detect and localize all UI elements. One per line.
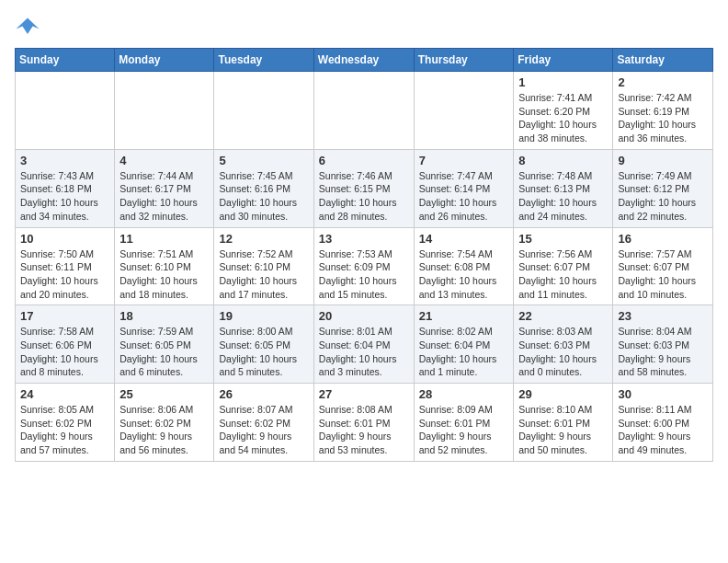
day-info: Sunrise: 7:56 AM Sunset: 6:07 PM Dayligh… <box>518 247 608 302</box>
day-number: 30 <box>618 387 708 401</box>
calendar-cell: 11Sunrise: 7:51 AM Sunset: 6:10 PM Dayli… <box>115 227 214 305</box>
calendar-cell: 19Sunrise: 8:00 AM Sunset: 6:05 PM Dayli… <box>214 305 313 384</box>
day-info: Sunrise: 7:49 AM Sunset: 6:12 PM Dayligh… <box>618 169 708 224</box>
calendar-cell: 5Sunrise: 7:45 AM Sunset: 6:16 PM Daylig… <box>214 149 313 227</box>
column-header-monday: Monday <box>115 49 214 72</box>
calendar-cell <box>16 72 115 150</box>
calendar-cell: 13Sunrise: 7:53 AM Sunset: 6:09 PM Dayli… <box>313 227 414 305</box>
column-header-friday: Friday <box>514 49 613 72</box>
week-row-2: 3Sunrise: 7:43 AM Sunset: 6:18 PM Daylig… <box>16 149 713 227</box>
day-number: 28 <box>419 387 509 401</box>
day-info: Sunrise: 7:52 AM Sunset: 6:10 PM Dayligh… <box>219 247 308 302</box>
day-number: 11 <box>119 232 209 246</box>
day-info: Sunrise: 8:08 AM Sunset: 6:01 PM Dayligh… <box>319 403 409 457</box>
day-number: 20 <box>319 309 409 323</box>
calendar-cell: 22Sunrise: 8:03 AM Sunset: 6:03 PM Dayli… <box>514 305 613 384</box>
day-number: 7 <box>419 154 509 167</box>
day-number: 27 <box>319 387 409 401</box>
calendar-cell: 17Sunrise: 7:58 AM Sunset: 6:06 PM Dayli… <box>16 305 115 384</box>
calendar-cell: 29Sunrise: 8:10 AM Sunset: 6:01 PM Dayli… <box>514 384 613 462</box>
calendar-cell: 26Sunrise: 8:07 AM Sunset: 6:02 PM Dayli… <box>214 384 313 462</box>
calendar-cell: 23Sunrise: 8:04 AM Sunset: 6:03 PM Dayli… <box>613 305 713 384</box>
calendar-cell: 28Sunrise: 8:09 AM Sunset: 6:01 PM Dayli… <box>414 384 514 462</box>
column-header-saturday: Saturday <box>613 49 713 72</box>
day-info: Sunrise: 7:46 AM Sunset: 6:15 PM Dayligh… <box>319 169 409 224</box>
day-number: 16 <box>618 232 708 246</box>
calendar-cell: 3Sunrise: 7:43 AM Sunset: 6:18 PM Daylig… <box>16 149 115 227</box>
calendar-cell: 27Sunrise: 8:08 AM Sunset: 6:01 PM Dayli… <box>313 384 414 462</box>
day-number: 29 <box>518 387 608 401</box>
day-info: Sunrise: 8:06 AM Sunset: 6:02 PM Dayligh… <box>119 403 209 457</box>
day-number: 10 <box>20 232 109 246</box>
day-number: 5 <box>219 154 308 167</box>
calendar-cell: 6Sunrise: 7:46 AM Sunset: 6:15 PM Daylig… <box>313 149 414 227</box>
day-number: 14 <box>419 232 509 246</box>
calendar-table: SundayMondayTuesdayWednesdayThursdayFrid… <box>15 48 713 462</box>
calendar-cell: 16Sunrise: 7:57 AM Sunset: 6:07 PM Dayli… <box>613 227 713 305</box>
day-number: 23 <box>618 309 708 323</box>
calendar-cell: 14Sunrise: 7:54 AM Sunset: 6:08 PM Dayli… <box>414 227 514 305</box>
day-number: 9 <box>618 154 708 167</box>
column-header-sunday: Sunday <box>16 49 115 72</box>
svg-marker-0 <box>16 18 39 35</box>
day-info: Sunrise: 8:05 AM Sunset: 6:02 PM Dayligh… <box>20 403 109 457</box>
header <box>15 15 713 40</box>
calendar-cell: 24Sunrise: 8:05 AM Sunset: 6:02 PM Dayli… <box>16 384 115 462</box>
day-info: Sunrise: 7:58 AM Sunset: 6:06 PM Dayligh… <box>20 325 109 379</box>
day-number: 1 <box>518 75 608 89</box>
header-row: SundayMondayTuesdayWednesdayThursdayFrid… <box>16 49 713 72</box>
day-info: Sunrise: 8:01 AM Sunset: 6:04 PM Dayligh… <box>319 325 409 379</box>
day-info: Sunrise: 8:07 AM Sunset: 6:02 PM Dayligh… <box>219 403 308 457</box>
logo-icon <box>15 15 40 40</box>
calendar-cell: 8Sunrise: 7:48 AM Sunset: 6:13 PM Daylig… <box>514 149 613 227</box>
day-number: 24 <box>20 387 109 401</box>
day-info: Sunrise: 7:57 AM Sunset: 6:07 PM Dayligh… <box>618 247 708 302</box>
calendar-cell: 4Sunrise: 7:44 AM Sunset: 6:17 PM Daylig… <box>115 149 214 227</box>
day-info: Sunrise: 8:10 AM Sunset: 6:01 PM Dayligh… <box>518 403 608 457</box>
calendar-cell <box>214 72 313 150</box>
day-number: 6 <box>319 154 409 167</box>
day-info: Sunrise: 7:41 AM Sunset: 6:20 PM Dayligh… <box>518 91 608 145</box>
calendar-cell <box>313 72 414 150</box>
calendar-cell: 15Sunrise: 7:56 AM Sunset: 6:07 PM Dayli… <box>514 227 613 305</box>
day-info: Sunrise: 8:03 AM Sunset: 6:03 PM Dayligh… <box>518 325 608 379</box>
day-info: Sunrise: 7:51 AM Sunset: 6:10 PM Dayligh… <box>119 247 209 302</box>
calendar-cell: 7Sunrise: 7:47 AM Sunset: 6:14 PM Daylig… <box>414 149 514 227</box>
day-number: 13 <box>319 232 409 246</box>
day-info: Sunrise: 7:53 AM Sunset: 6:09 PM Dayligh… <box>319 247 409 302</box>
day-info: Sunrise: 8:00 AM Sunset: 6:05 PM Dayligh… <box>219 325 308 379</box>
calendar-cell: 21Sunrise: 8:02 AM Sunset: 6:04 PM Dayli… <box>414 305 514 384</box>
week-row-3: 10Sunrise: 7:50 AM Sunset: 6:11 PM Dayli… <box>16 227 713 305</box>
column-header-tuesday: Tuesday <box>214 49 313 72</box>
day-info: Sunrise: 7:48 AM Sunset: 6:13 PM Dayligh… <box>518 169 608 224</box>
day-number: 26 <box>219 387 308 401</box>
day-number: 2 <box>618 75 708 89</box>
day-info: Sunrise: 8:11 AM Sunset: 6:00 PM Dayligh… <box>618 403 708 457</box>
day-number: 22 <box>518 309 608 323</box>
week-row-1: 1Sunrise: 7:41 AM Sunset: 6:20 PM Daylig… <box>16 72 713 150</box>
day-info: Sunrise: 7:50 AM Sunset: 6:11 PM Dayligh… <box>20 247 109 302</box>
day-info: Sunrise: 8:02 AM Sunset: 6:04 PM Dayligh… <box>419 325 509 379</box>
day-info: Sunrise: 7:44 AM Sunset: 6:17 PM Dayligh… <box>119 169 209 224</box>
day-number: 4 <box>119 154 209 167</box>
calendar-cell: 1Sunrise: 7:41 AM Sunset: 6:20 PM Daylig… <box>514 72 613 150</box>
day-info: Sunrise: 7:59 AM Sunset: 6:05 PM Dayligh… <box>119 325 209 379</box>
column-header-thursday: Thursday <box>414 49 514 72</box>
calendar-header: SundayMondayTuesdayWednesdayThursdayFrid… <box>16 49 713 72</box>
calendar-cell: 18Sunrise: 7:59 AM Sunset: 6:05 PM Dayli… <box>115 305 214 384</box>
day-number: 17 <box>20 309 109 323</box>
day-info: Sunrise: 7:42 AM Sunset: 6:19 PM Dayligh… <box>618 91 708 145</box>
day-number: 12 <box>219 232 308 246</box>
day-number: 18 <box>119 309 209 323</box>
calendar-cell: 25Sunrise: 8:06 AM Sunset: 6:02 PM Dayli… <box>115 384 214 462</box>
calendar-cell <box>414 72 514 150</box>
day-number: 3 <box>20 154 109 167</box>
day-info: Sunrise: 7:43 AM Sunset: 6:18 PM Dayligh… <box>20 169 109 224</box>
day-info: Sunrise: 8:04 AM Sunset: 6:03 PM Dayligh… <box>618 325 708 379</box>
calendar-cell: 12Sunrise: 7:52 AM Sunset: 6:10 PM Dayli… <box>214 227 313 305</box>
calendar-cell: 30Sunrise: 8:11 AM Sunset: 6:00 PM Dayli… <box>613 384 713 462</box>
day-info: Sunrise: 7:54 AM Sunset: 6:08 PM Dayligh… <box>419 247 509 302</box>
logo <box>15 15 44 40</box>
column-header-wednesday: Wednesday <box>313 49 414 72</box>
calendar-body: 1Sunrise: 7:41 AM Sunset: 6:20 PM Daylig… <box>16 72 713 462</box>
